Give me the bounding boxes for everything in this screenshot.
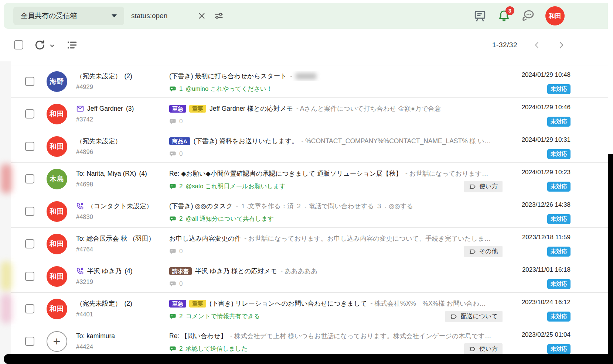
comment-count: 2 bbox=[179, 313, 183, 320]
screen-edge-bottom bbox=[4, 354, 613, 364]
received-date: 2024/01/29 10:46 bbox=[522, 104, 571, 113]
ticket-id: #4764 bbox=[76, 246, 169, 253]
email-list-item[interactable]: 海野 （宛先未設定） (2) #4929 (下書き) 最初に打ち合わせからスター… bbox=[11, 65, 608, 97]
message-count: (2) bbox=[125, 300, 132, 308]
row-checkbox[interactable] bbox=[25, 142, 34, 151]
phone-incoming-channel-icon bbox=[76, 267, 84, 275]
chat-bubbles-icon[interactable] bbox=[521, 9, 535, 23]
tag-label: 使い方 bbox=[479, 345, 498, 353]
row-checkbox[interactable] bbox=[25, 337, 34, 346]
email-list-item[interactable]: 木島 To: Narita, Miya (RX) (4) #4698 Re: ◆… bbox=[11, 162, 608, 195]
tag-chip[interactable]: 使い方 bbox=[464, 181, 503, 192]
row-checkbox[interactable] bbox=[25, 239, 34, 248]
top-bar: 全員共有の受信箱 bbox=[4, 3, 608, 29]
message-count: (3) bbox=[126, 105, 134, 113]
sender-name: To: 総合展示会 秋 （羽田） bbox=[76, 234, 155, 243]
comment-indicator: 0 bbox=[169, 248, 185, 255]
status-badge[interactable]: 未対応 bbox=[547, 214, 571, 224]
subject-title: Re: ◆お願い◆小間位置確認書の承認につきまして 通販ソリューション展【秋】 bbox=[169, 169, 402, 178]
status-badge[interactable]: 未対応 bbox=[547, 117, 571, 127]
ticket-id: #3219 bbox=[76, 278, 169, 285]
row-checkbox[interactable] bbox=[25, 109, 34, 119]
row-checkbox[interactable] bbox=[25, 77, 34, 86]
refresh-options-chevron-icon[interactable] bbox=[49, 42, 55, 49]
subject-title: (下書き) 資料をお送りいたします。 bbox=[194, 137, 298, 145]
subject-title: (下書き) リレーションへのお問い合わせにつきまして bbox=[210, 299, 367, 308]
row-checkbox[interactable] bbox=[25, 174, 34, 183]
received-date: 2024/01/29 10:48 bbox=[522, 71, 571, 81]
clear-search-icon[interactable] bbox=[198, 12, 206, 20]
comment-count: 2 bbox=[179, 345, 183, 353]
avatar: 和田 bbox=[47, 299, 67, 319]
previous-page-icon[interactable] bbox=[532, 40, 542, 50]
tag-label: その他 bbox=[479, 247, 498, 255]
priority-badge: 至急 bbox=[169, 300, 186, 308]
inbox-selector-dropdown[interactable]: 全員共有の受信箱 bbox=[13, 7, 124, 25]
row-color-marker bbox=[1, 164, 12, 193]
tag-chip[interactable]: 配送について bbox=[445, 311, 503, 322]
email-list-item[interactable]: 和田 （コンタクト未設定） #4830 (下書き) ◎◎のタスク - １ bbox=[11, 195, 608, 227]
search-filter-sliders-icon[interactable] bbox=[214, 11, 224, 21]
user-avatar[interactable]: 和田 bbox=[545, 6, 565, 25]
priority-badge: 重要 bbox=[189, 300, 206, 308]
status-badge[interactable]: 未対応 bbox=[547, 84, 571, 94]
left-gutter bbox=[0, 61, 11, 364]
ticket-id: #4896 bbox=[76, 148, 169, 155]
status-badge[interactable]: 未対応 bbox=[547, 182, 571, 192]
ticket-id: #4424 bbox=[76, 343, 169, 350]
email-list-item[interactable]: 和田 （宛先未設定） (2) #4401 至急重要 (下書き) リレーションへの… bbox=[11, 292, 608, 325]
email-list-item[interactable]: 和田 To: 総合展示会 秋 （羽田） #4764 お申し込み内容変更の件 - … bbox=[11, 227, 608, 260]
refresh-icon[interactable] bbox=[34, 39, 46, 51]
list-view-icon[interactable] bbox=[66, 39, 78, 51]
email-list-item[interactable]: + To: kamimura #4424 Re: 【問い合わせ】 - 株式会社デ… bbox=[11, 325, 608, 357]
priority-badge: 重要 bbox=[189, 105, 206, 113]
select-all-checkbox[interactable] bbox=[14, 40, 23, 49]
received-date: 2023/12/26 14:38 bbox=[522, 201, 571, 211]
row-checkbox[interactable] bbox=[25, 304, 34, 313]
sender-name: （宛先未設定） bbox=[76, 137, 122, 145]
status-badge[interactable]: 未対応 bbox=[547, 279, 571, 289]
received-date: 2024/01/29 10:31 bbox=[522, 136, 571, 146]
row-color-marker bbox=[1, 294, 12, 323]
search-input[interactable] bbox=[131, 12, 358, 20]
sender-name: （宛先未設定） bbox=[76, 72, 122, 80]
inbox-selector-label: 全員共有の受信箱 bbox=[21, 11, 112, 21]
sender-name: To: kamimura bbox=[76, 332, 115, 340]
subject-preview: - 株式会社デモ上村 様いつもお世話になっております。株式会社インゲージの木島で… bbox=[230, 332, 491, 340]
comment-count: 0 bbox=[179, 248, 183, 255]
next-page-icon[interactable] bbox=[556, 40, 566, 50]
email-list: 海野 （宛先未設定） (2) #4929 (下書き) 最初に打ち合わせからスター… bbox=[11, 61, 608, 364]
badge-group: 至急重要 bbox=[169, 105, 206, 113]
sender-name: （コンタクト未設定） bbox=[87, 202, 153, 210]
subject-preview: - bbox=[290, 72, 292, 80]
status-badge[interactable]: 未対応 bbox=[547, 247, 571, 257]
status-badge[interactable]: 未対応 bbox=[547, 344, 571, 354]
tag-chip[interactable]: 使い方 bbox=[464, 343, 503, 355]
row-checkbox[interactable] bbox=[25, 272, 34, 281]
sender-name: （宛先未設定） bbox=[76, 299, 122, 308]
comment-indicator: 1 @umino これやってください！ bbox=[169, 85, 272, 93]
announcement-board-icon[interactable] bbox=[473, 9, 487, 23]
comment-count: 1 bbox=[179, 85, 183, 93]
priority-badge: 請求書 bbox=[169, 267, 192, 275]
subject-preview: - お世話になっております。お申し込み内容の変更について、手続き完了いたしま… bbox=[244, 234, 491, 243]
phone-incoming-channel-icon bbox=[76, 202, 84, 210]
email-list-item[interactable]: 和田 （宛先未設定） #4896 商品A (下書き) 資料をお送りいたします。 … bbox=[11, 130, 608, 162]
email-list-item[interactable]: 和田 半沢 ゆき乃 (4) #3219 請求書 半沢 ゆき乃 様との応対メモ bbox=[11, 260, 608, 292]
email-list-item[interactable]: 和田 Jeff Gardner (3) #3742 至急重要 Jeff Gard… bbox=[11, 97, 608, 130]
avatar: 和田 bbox=[47, 136, 67, 157]
message-count: (4) bbox=[125, 267, 132, 275]
received-date: 2023/02/25 01:04 bbox=[522, 331, 571, 341]
status-badge[interactable]: 未対応 bbox=[547, 312, 571, 322]
tag-label: 配送について bbox=[460, 312, 498, 320]
avatar: 和田 bbox=[47, 104, 67, 124]
badge-group: 商品A bbox=[169, 137, 190, 145]
row-checkbox[interactable] bbox=[25, 207, 34, 216]
sender-name: To: Narita, Miya (RX) bbox=[76, 170, 136, 178]
tag-chip[interactable]: その他 bbox=[464, 246, 503, 257]
status-badge[interactable]: 未対応 bbox=[547, 149, 571, 159]
received-date: 2024/01/29 10:23 bbox=[522, 169, 571, 178]
avatar: 木島 bbox=[47, 169, 67, 189]
subject-title: Jeff Gardner 様との応対メモ bbox=[210, 104, 293, 113]
pagination-range: 1-32/32 bbox=[492, 41, 517, 49]
